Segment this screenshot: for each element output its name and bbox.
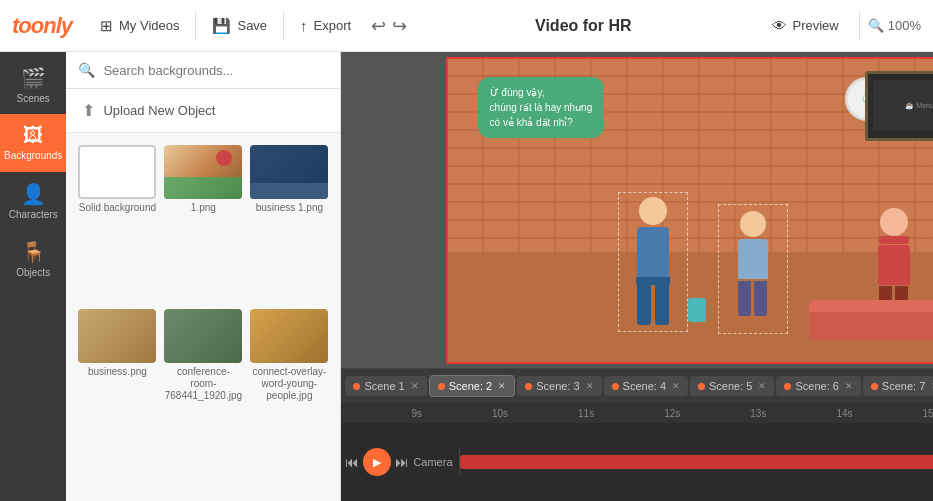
tab-label-6: Scene: 6 [795,380,838,392]
save-icon: 💾 [212,17,231,35]
grid-icon: ⊞ [100,17,113,35]
scene-tab-7[interactable]: Scene: 7 ✕ [863,376,933,396]
ruler-14s: 14s [836,408,852,419]
scenes-icon: 🎬 [21,66,46,90]
export-icon: ↑ [300,17,308,34]
character-1[interactable] [618,192,688,332]
main-area: 🎬 Scenes 🖼 Backgrounds 👤 Characters 🪑 Ob… [0,52,933,501]
ruler-10s: 10s [492,408,508,419]
asset-name-conference: conference-room-768441_1920.jpg [164,366,242,402]
tab-label-1: Scene 1 [364,380,404,392]
zoom-button[interactable]: 🔍 100% [868,18,921,33]
tab-label-3: Scene: 3 [536,380,579,392]
eye-icon: 👁 [772,17,787,34]
tab-dot-2 [438,383,445,390]
tab-close-6[interactable]: ✕ [845,381,853,391]
sidebar-item-scenes[interactable]: 🎬 Scenes [0,56,66,114]
asset-thumb-solid [78,145,156,199]
video-title: Video for HR [535,17,632,35]
asset-name-connect: connect-overlay-word-young-people.jpg [250,366,328,402]
ruler-13s: 13s [750,408,766,419]
timeline: Scene 1 ✕ Scene: 2 ✕ Scene: 3 ✕ Scene: 4 [341,368,933,501]
topbar: toonly ⊞ My Videos 💾 Save ↑ Export ↩ ↪ V… [0,0,933,52]
timeline-ruler: 9s 10s 11s 12s 13s 14s 15s 16s [341,403,933,423]
tab-close-3[interactable]: ✕ [586,381,594,391]
scene-tabs-row: Scene 1 ✕ Scene: 2 ✕ Scene: 3 ✕ Scene: 4 [341,369,933,403]
character-2[interactable] [718,204,788,334]
tab-close-4[interactable]: ✕ [672,381,680,391]
asset-item-solid[interactable]: Solid background [78,145,156,301]
tab-close-1[interactable]: ✕ [411,381,419,391]
undo-button[interactable]: ↩ [371,15,386,37]
redo-button[interactable]: ↪ [392,15,407,37]
tab-dot-7 [871,383,878,390]
ruler-9s: 9s [411,408,422,419]
asset-item-business1[interactable]: business 1.png [250,145,328,301]
skip-back-button[interactable]: ⏮ [345,454,359,470]
save-button[interactable]: 💾 Save [200,11,279,41]
tab-dot-3 [525,383,532,390]
track-bar [460,455,933,469]
asset-grid: Solid background 1.png business 1.png bu… [66,133,340,501]
scene-tab-2[interactable]: Scene: 2 ✕ [429,375,515,397]
ruler-15s: 15s [923,408,933,419]
backgrounds-icon: 🖼 [23,124,43,147]
sidebar-label-characters: Characters [9,209,58,220]
topbar-center: Video for HR [407,17,759,35]
undo-redo-group: ↩ ↪ [371,15,407,37]
asset-name-business1: business 1.png [256,202,323,214]
search-input[interactable] [103,63,328,78]
sidebar: 🎬 Scenes 🖼 Backgrounds 👤 Characters 🪑 Ob… [0,52,66,501]
track-content[interactable] [460,448,933,476]
scene-tab-4[interactable]: Scene: 4 ✕ [604,376,688,396]
play-button[interactable]: ▶ [363,448,391,476]
bubble-text: Ừ đúng vậy, chúng rất là hay nhưng có vẻ… [490,85,593,130]
sidebar-item-backgrounds[interactable]: 🖼 Backgrounds [0,114,66,172]
playback-controls: ⏮ ▶ ⏭ [345,423,409,501]
asset-item-connect[interactable]: connect-overlay-word-young-people.jpg [250,309,328,489]
track-label-camera: Camera [405,448,460,476]
zoom-icon: 🔍 [868,18,884,33]
tab-dot-6 [784,383,791,390]
topbar-sep1 [195,12,196,40]
ruler-11s: 11s [578,408,594,419]
topbar-sep3 [859,12,860,40]
sidebar-label-backgrounds: Backgrounds [4,150,62,162]
tab-dot-5 [698,383,705,390]
camera-track: Camera [405,448,933,476]
scene-tab-1[interactable]: Scene 1 ✕ [345,376,426,396]
upload-icon: ⬆ [82,101,95,120]
upload-button[interactable]: ⬆ Upload New Object [66,89,340,133]
my-videos-button[interactable]: ⊞ My Videos [88,11,191,41]
sidebar-label-scenes: Scenes [17,93,50,104]
skip-forward-button[interactable]: ⏭ [395,454,409,470]
sidebar-item-characters[interactable]: 👤 Characters [0,172,66,230]
tab-close-2[interactable]: ✕ [498,381,506,391]
asset-item-businesspng[interactable]: business.png [78,309,156,489]
asset-panel: 🔍 ⬆ Upload New Object Solid background 1… [66,52,341,501]
asset-name-solid: Solid background [79,202,156,214]
export-button[interactable]: ↑ Export [288,11,363,40]
canvas-viewport: 🕐 ☕ Menu Ừ đúng vậy, chúng rất là hay nh… [341,52,933,368]
scene-tab-3[interactable]: Scene: 3 ✕ [517,376,601,396]
asset-thumb-conference [164,309,242,363]
topbar-sep2 [283,12,284,40]
tab-label-7: Scene: 7 [882,380,925,392]
tab-label-2: Scene: 2 [449,380,492,392]
asset-thumb-business1 [250,145,328,199]
asset-item-1png[interactable]: 1.png [164,145,242,301]
characters-icon: 👤 [21,182,46,206]
sidebar-item-objects[interactable]: 🪑 Objects [0,230,66,288]
tab-close-5[interactable]: ✕ [758,381,766,391]
ruler-12s: 12s [664,408,680,419]
asset-item-conference[interactable]: conference-room-768441_1920.jpg [164,309,242,489]
tab-dot [353,383,360,390]
sidebar-label-objects: Objects [16,267,50,278]
canvas-frame[interactable]: 🕐 ☕ Menu Ừ đúng vậy, chúng rất là hay nh… [446,57,933,364]
objects-icon: 🪑 [21,240,46,264]
preview-button[interactable]: 👁 Preview [760,11,851,40]
asset-name-businesspng: business.png [88,366,147,378]
scene-tab-5[interactable]: Scene: 5 ✕ [690,376,774,396]
tab-label-4: Scene: 4 [623,380,666,392]
scene-tab-6[interactable]: Scene: 6 ✕ [776,376,860,396]
